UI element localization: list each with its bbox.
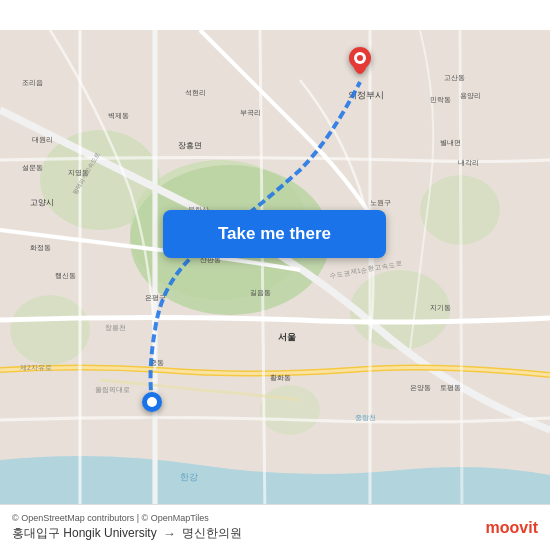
svg-text:고산동: 고산동 (444, 74, 465, 81)
svg-point-5 (10, 295, 90, 365)
map-container: 의정부시 장흥면 고양시 수유동 행신동 화정동 은평구 길음동 서울 중동 황… (0, 0, 550, 550)
svg-text:서울: 서울 (278, 332, 296, 342)
route-info: 홍대입구 Hongik University → 명신한의원 (12, 525, 242, 542)
svg-text:창릉천: 창릉천 (105, 324, 126, 332)
svg-text:노원구: 노원구 (370, 199, 391, 206)
svg-text:황화동: 황화동 (270, 374, 291, 381)
svg-point-48 (357, 55, 363, 61)
svg-text:조리읍: 조리읍 (22, 79, 43, 87)
svg-text:한강: 한강 (180, 472, 198, 482)
svg-text:내각리: 내각리 (458, 159, 479, 167)
destination-label: 명신한의원 (182, 525, 242, 542)
svg-text:용양리: 용양리 (460, 92, 481, 99)
arrow-icon: → (163, 526, 176, 541)
svg-text:토평동: 토평동 (440, 384, 461, 391)
origin-label: 홍대입구 Hongik University (12, 525, 157, 542)
svg-text:대원리: 대원리 (32, 136, 53, 143)
svg-text:올림픽대로: 올림픽대로 (95, 386, 130, 394)
svg-text:설문동: 설문동 (22, 164, 43, 171)
svg-text:부곡리: 부곡리 (240, 109, 261, 117)
svg-text:제2자유로: 제2자유로 (20, 364, 52, 371)
svg-text:석현리: 석현리 (185, 89, 206, 97)
svg-text:고양시: 고양시 (30, 198, 54, 207)
svg-text:지기동: 지기동 (430, 304, 451, 311)
svg-text:벽제동: 벽제동 (108, 112, 129, 120)
bottom-bar: © OpenStreetMap contributors | © OpenMap… (0, 504, 550, 550)
svg-text:은양동: 은양동 (410, 384, 431, 391)
svg-text:중랑천: 중랑천 (355, 414, 376, 421)
origin-pin (142, 392, 162, 412)
svg-text:장흥면: 장흥면 (178, 141, 202, 150)
svg-text:민락동: 민락동 (430, 96, 451, 104)
svg-text:행신동: 행신동 (55, 272, 76, 279)
svg-point-6 (260, 385, 320, 435)
svg-text:길음동: 길음동 (250, 289, 271, 297)
map-attribution: © OpenStreetMap contributors | © OpenMap… (12, 513, 242, 523)
bottom-info: © OpenStreetMap contributors | © OpenMap… (12, 513, 242, 542)
svg-text:별내면: 별내면 (440, 139, 461, 146)
svg-point-50 (147, 397, 157, 407)
map-background: 의정부시 장흥면 고양시 수유동 행신동 화정동 은평구 길음동 서울 중동 황… (0, 0, 550, 550)
svg-text:화정동: 화정동 (30, 244, 51, 251)
moovit-logo: moovit (486, 519, 538, 537)
take-me-there-button[interactable]: Take me there (163, 210, 386, 258)
moovit-brand-text: moovit (486, 519, 538, 537)
